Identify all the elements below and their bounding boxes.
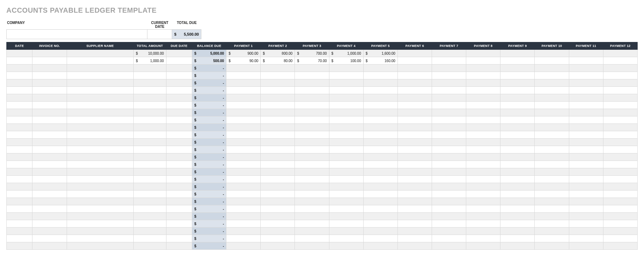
cell-payment[interactable]	[329, 94, 363, 102]
cell-payment[interactable]	[226, 153, 261, 161]
cell-invoice[interactable]	[32, 168, 67, 176]
cell-payment[interactable]	[295, 183, 329, 191]
cell-payment[interactable]	[500, 65, 535, 72]
cell-payment[interactable]	[500, 161, 535, 168]
cell-payment[interactable]	[535, 50, 569, 57]
cell-payment[interactable]	[363, 242, 397, 250]
cell-payment[interactable]	[500, 168, 535, 176]
cell-date[interactable]	[7, 87, 32, 94]
cell-payment[interactable]	[363, 102, 397, 109]
cell-supplier[interactable]	[67, 168, 134, 176]
cell-invoice[interactable]	[32, 228, 67, 235]
cell-payment[interactable]	[363, 153, 397, 161]
cell-payment[interactable]	[295, 191, 329, 198]
cell-payment[interactable]	[261, 94, 295, 102]
cell-due-date[interactable]	[166, 213, 192, 220]
cell-payment[interactable]	[569, 153, 603, 161]
cell-payment[interactable]	[603, 72, 637, 79]
cell-payment[interactable]	[295, 72, 329, 79]
cell-payment[interactable]	[466, 116, 500, 124]
cell-payment[interactable]	[535, 79, 569, 87]
cell-payment[interactable]	[261, 161, 295, 168]
cell-payment[interactable]	[500, 176, 535, 183]
cell-payment[interactable]	[295, 139, 329, 146]
cell-payment[interactable]	[329, 109, 363, 116]
cell-due-date[interactable]	[166, 183, 192, 191]
cell-invoice[interactable]	[32, 139, 67, 146]
cell-invoice[interactable]	[32, 205, 67, 213]
table-row[interactable]: $-	[7, 183, 638, 191]
cell-supplier[interactable]	[67, 220, 134, 228]
cell-supplier[interactable]	[67, 139, 134, 146]
cell-due-date[interactable]	[166, 176, 192, 183]
cell-payment[interactable]: $100.00	[329, 57, 363, 65]
cell-date[interactable]	[7, 72, 32, 79]
cell-payment[interactable]	[295, 176, 329, 183]
cell-total-amount[interactable]	[134, 242, 166, 250]
table-row[interactable]: $-	[7, 79, 638, 87]
cell-payment[interactable]	[569, 228, 603, 235]
cell-payment[interactable]	[329, 228, 363, 235]
cell-payment[interactable]	[397, 50, 432, 57]
cell-due-date[interactable]	[166, 205, 192, 213]
cell-payment[interactable]	[397, 124, 432, 131]
cell-payment[interactable]	[397, 102, 432, 109]
cell-payment[interactable]	[363, 79, 397, 87]
cell-total-amount[interactable]: $1,000.00	[134, 57, 166, 65]
cell-due-date[interactable]	[166, 116, 192, 124]
cell-payment[interactable]	[500, 198, 535, 205]
cell-due-date[interactable]	[166, 153, 192, 161]
cell-payment[interactable]	[535, 198, 569, 205]
cell-payment[interactable]	[603, 94, 637, 102]
cell-payment[interactable]	[397, 220, 432, 228]
table-row[interactable]: $-	[7, 94, 638, 102]
cell-payment[interactable]	[397, 87, 432, 94]
cell-payment[interactable]: $1,600.00	[363, 50, 397, 57]
cell-payment[interactable]	[466, 102, 500, 109]
cell-payment[interactable]	[363, 72, 397, 79]
cell-payment[interactable]	[432, 139, 466, 146]
cell-supplier[interactable]	[67, 191, 134, 198]
cell-payment[interactable]	[603, 139, 637, 146]
cell-payment[interactable]	[432, 94, 466, 102]
cell-payment[interactable]	[363, 220, 397, 228]
cell-date[interactable]	[7, 102, 32, 109]
cell-payment[interactable]	[226, 109, 261, 116]
cell-due-date[interactable]	[166, 50, 192, 57]
cell-payment[interactable]	[329, 116, 363, 124]
cell-payment[interactable]	[226, 198, 261, 205]
cell-total-amount[interactable]	[134, 228, 166, 235]
cell-payment[interactable]	[603, 176, 637, 183]
cell-payment[interactable]	[535, 191, 569, 198]
cell-supplier[interactable]	[67, 176, 134, 183]
cell-payment[interactable]	[535, 161, 569, 168]
cell-total-amount[interactable]	[134, 161, 166, 168]
cell-payment[interactable]	[226, 176, 261, 183]
table-row[interactable]: $10,000.00$5,000.00$900.00$800.00$700.00…	[7, 50, 638, 57]
cell-invoice[interactable]	[32, 109, 67, 116]
cell-payment[interactable]	[261, 213, 295, 220]
cell-payment[interactable]	[432, 168, 466, 176]
cell-due-date[interactable]	[166, 220, 192, 228]
cell-payment[interactable]: $800.00	[261, 50, 295, 57]
cell-date[interactable]	[7, 235, 32, 242]
cell-payment[interactable]	[226, 131, 261, 139]
cell-payment[interactable]	[226, 87, 261, 94]
cell-payment[interactable]	[535, 153, 569, 161]
cell-payment[interactable]	[295, 220, 329, 228]
cell-payment[interactable]	[261, 139, 295, 146]
cell-payment[interactable]	[329, 131, 363, 139]
cell-invoice[interactable]	[32, 191, 67, 198]
cell-payment[interactable]	[363, 198, 397, 205]
cell-payment[interactable]	[569, 57, 603, 65]
cell-payment[interactable]	[329, 198, 363, 205]
cell-payment[interactable]	[295, 87, 329, 94]
cell-payment[interactable]	[432, 235, 466, 242]
table-row[interactable]: $-	[7, 198, 638, 205]
cell-payment[interactable]	[261, 124, 295, 131]
cell-payment[interactable]	[295, 124, 329, 131]
cell-total-amount[interactable]	[134, 116, 166, 124]
cell-payment[interactable]	[535, 124, 569, 131]
cell-total-amount[interactable]	[134, 153, 166, 161]
cell-supplier[interactable]	[67, 87, 134, 94]
